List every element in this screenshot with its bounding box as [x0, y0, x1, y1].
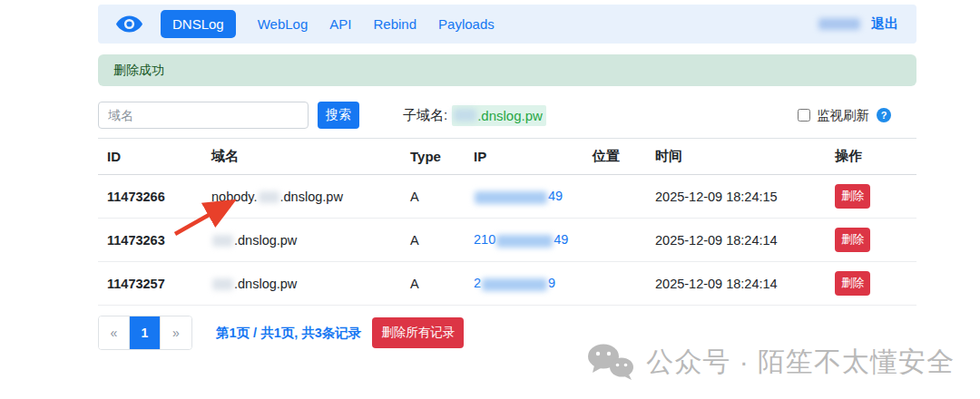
header-domain: 域名	[202, 139, 401, 175]
table-row: 11473257 .dnslog.pw A 29 2025-12-09 18:2…	[98, 262, 916, 306]
record-domain: .dnslog.pw	[202, 219, 401, 262]
record-domain: nobody..dnslog.pw	[202, 175, 401, 219]
record-time: 2025-12-09 18:24:15	[646, 175, 826, 219]
ip-redacted	[475, 191, 547, 204]
question-circle-icon[interactable]: ?	[877, 108, 891, 122]
ip-redacted	[482, 278, 547, 291]
main-container: DNSLog WebLog API Rebind Payloads 退出 删除成…	[98, 5, 916, 350]
watch-refresh-label: 监视刷新	[817, 107, 869, 124]
ip-link[interactable]: 29	[474, 276, 555, 290]
subdomain-redacted	[454, 109, 476, 122]
record-ip: 49	[465, 175, 583, 219]
ip-link[interactable]: 21049	[474, 232, 568, 247]
header-location: 位置	[583, 139, 646, 175]
subdomain-suffix: .dnslog.pw	[477, 108, 543, 123]
record-actions: 删除	[826, 262, 916, 306]
search-button[interactable]: 搜索	[318, 102, 359, 129]
record-domain: .dnslog.pw	[202, 262, 401, 306]
logout-link[interactable]: 退出	[871, 15, 898, 33]
alert-message: 删除成功	[113, 63, 164, 77]
watch-refresh-group: 监视刷新 ?	[798, 107, 891, 124]
filter-row: 搜索 子域名: .dnslog.pw 监视刷新 ?	[98, 102, 916, 129]
watermark: 公众号 · 陌笙不太懂安全	[586, 343, 955, 381]
header-ip: IP	[465, 139, 583, 175]
wechat-icon	[586, 343, 635, 381]
record-id: 11473257	[98, 262, 202, 306]
record-type: A	[401, 175, 465, 219]
tab-weblog[interactable]: WebLog	[258, 16, 309, 32]
tab-api[interactable]: API	[329, 16, 351, 32]
header-id: ID	[98, 139, 202, 175]
table-header-row: ID 域名 Type IP 位置 时间 操作	[98, 139, 916, 175]
record-ip: 29	[465, 262, 583, 306]
watch-refresh-checkbox[interactable]	[798, 109, 810, 122]
table-row: 11473263 .dnslog.pw A 21049 2025-12-09 1…	[98, 219, 916, 262]
table-row: 11473266 nobody..dnslog.pw A 49 2025-12-…	[98, 175, 916, 219]
domain-suffix: .dnslog.pw	[280, 190, 343, 204]
navbar: DNSLog WebLog API Rebind Payloads 退出	[98, 5, 916, 44]
pagination-summary: 第1页 / 共1页, 共3条记录	[216, 325, 361, 342]
tab-dnslog[interactable]: DNSLog	[161, 10, 236, 38]
delete-record-button[interactable]: 删除	[835, 228, 870, 252]
header-time: 时间	[646, 139, 826, 175]
watermark-text: 公众号 · 陌笙不太懂安全	[646, 344, 955, 381]
record-id: 11473263	[98, 219, 202, 262]
page-number-button[interactable]: 1	[130, 316, 161, 349]
page-next-button[interactable]: »	[161, 316, 191, 349]
record-id: 11473266	[98, 175, 202, 219]
eye-icon	[116, 15, 142, 33]
record-actions: 删除	[826, 219, 916, 262]
record-type: A	[401, 262, 465, 306]
domain-suffix: .dnslog.pw	[234, 233, 297, 248]
domain-redacted	[212, 278, 233, 290]
record-time: 2025-12-09 18:24:14	[646, 219, 826, 262]
ip-link[interactable]: 49	[474, 189, 563, 203]
record-actions: 删除	[826, 175, 916, 219]
delete-record-button[interactable]: 删除	[835, 184, 870, 209]
domain-prefix: nobody.	[211, 190, 258, 204]
record-type: A	[401, 219, 465, 262]
tab-rebind[interactable]: Rebind	[374, 16, 417, 32]
record-ip: 21049	[465, 219, 583, 262]
record-location	[583, 262, 646, 306]
domain-suffix: .dnslog.pw	[234, 277, 297, 291]
subdomain-display: 子域名: .dnslog.pw	[403, 105, 546, 126]
dns-records-table: ID 域名 Type IP 位置 时间 操作 11473266 nobody..…	[98, 138, 916, 306]
domain-search-input[interactable]	[98, 102, 309, 129]
page-prev-button[interactable]: «	[99, 316, 130, 349]
subdomain-label: 子域名:	[403, 107, 447, 124]
pagination: « 1 »	[98, 316, 192, 350]
delete-record-button[interactable]: 删除	[835, 271, 870, 296]
record-location	[583, 175, 646, 219]
delete-all-button[interactable]: 删除所有记录	[372, 317, 464, 348]
subdomain-value-chip: .dnslog.pw	[452, 105, 546, 126]
dnslog-page: DNSLog WebLog API Rebind Payloads 退出 删除成…	[0, 0, 980, 399]
record-location	[583, 219, 646, 262]
tab-payloads[interactable]: Payloads	[438, 16, 495, 32]
domain-redacted	[259, 191, 279, 203]
header-actions: 操作	[826, 139, 916, 175]
domain-redacted	[212, 235, 233, 247]
username-redacted	[818, 18, 860, 30]
success-alert: 删除成功	[98, 54, 916, 86]
record-time: 2025-12-09 18:24:14	[646, 262, 826, 306]
ip-redacted	[496, 235, 553, 248]
header-type: Type	[401, 139, 465, 175]
